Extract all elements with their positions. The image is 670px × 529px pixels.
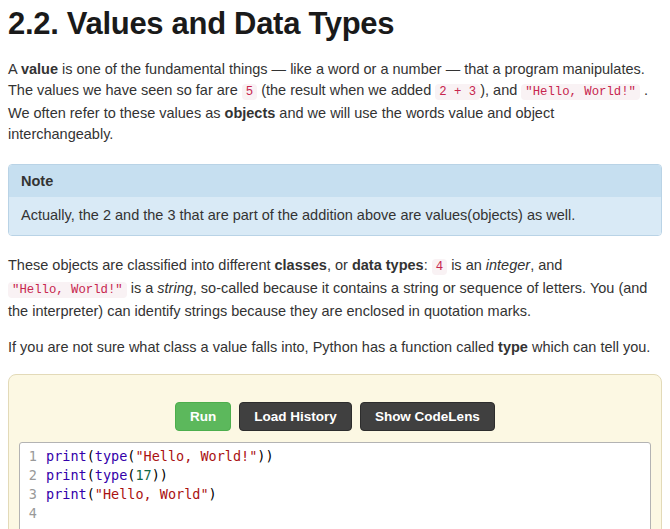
code-token: 17: [135, 467, 151, 483]
code-token: ): [209, 486, 217, 502]
run-button[interactable]: Run: [175, 402, 231, 431]
text-segment: If you are not sure what class a value f…: [8, 339, 498, 355]
paragraph-classes: These objects are classified into differ…: [8, 255, 662, 322]
bold-text: data types: [352, 257, 424, 273]
inline-code: 4: [432, 259, 447, 275]
text-segment: is an: [447, 257, 486, 273]
note-body: Actually, the 2 and the 3 that are part …: [9, 197, 661, 235]
code-line: 4: [20, 504, 650, 523]
code-token: (: [87, 467, 95, 483]
italic-text: integer: [486, 257, 530, 273]
text-segment: :: [424, 257, 432, 273]
inline-code: 2 + 3: [435, 84, 480, 100]
text-segment: , or: [327, 257, 352, 273]
bold-text: objects: [225, 105, 276, 121]
text-segment: which can tell you.: [528, 339, 651, 355]
code-token: "Hello, World!": [135, 448, 257, 464]
bold-text: classes: [275, 257, 327, 273]
bold-text: type: [498, 339, 528, 355]
line-number: 2: [20, 466, 46, 485]
code-token: print: [46, 448, 87, 464]
code-line: 3print("Hello, World"): [20, 485, 650, 504]
italic-text: string: [157, 280, 192, 296]
code-token: print: [46, 486, 87, 502]
activecode-toolbar: Run Load History Show CodeLens: [19, 402, 651, 431]
text-segment: , and: [530, 257, 562, 273]
code-token: )): [152, 467, 168, 483]
line-number: 4: [20, 504, 46, 523]
text-segment: A: [8, 61, 21, 77]
line-number: 3: [20, 485, 46, 504]
line-number: 1: [20, 447, 46, 466]
textbook-page: 2.2. Values and Data Types A value is on…: [0, 0, 670, 529]
paragraph-type-function: If you are not sure what class a value f…: [8, 337, 662, 358]
text-segment: is a: [127, 280, 158, 296]
activecode-container: Run Load History Show CodeLens 1print(ty…: [8, 374, 662, 529]
code-token: "Hello, World": [95, 486, 209, 502]
show-codelens-button[interactable]: Show CodeLens: [360, 402, 495, 431]
code-token: )): [257, 448, 273, 464]
note-title: Note: [9, 165, 661, 197]
inline-code: 5: [242, 84, 257, 100]
text-segment: (the result when we added: [257, 82, 435, 98]
note-admonition: Note Actually, the 2 and the 3 that are …: [8, 164, 662, 236]
load-history-button[interactable]: Load History: [239, 402, 352, 431]
paragraph-intro: A value is one of the fundamental things…: [8, 59, 662, 145]
code-token: print: [46, 467, 87, 483]
code-token: (: [87, 448, 95, 464]
code-token: type: [95, 448, 128, 464]
code-token: (: [87, 486, 95, 502]
page-title: 2.2. Values and Data Types: [8, 6, 662, 42]
text-segment: These objects are classified into differ…: [8, 257, 275, 273]
code-editor[interactable]: 1print(type("Hello, World!")) 2print(typ…: [19, 442, 651, 529]
code-line: 1print(type("Hello, World!")): [20, 447, 650, 466]
text-segment: ), and: [480, 82, 521, 98]
inline-code: "Hello, World!": [8, 282, 127, 298]
code-token: type: [95, 467, 128, 483]
bold-text: value: [21, 61, 58, 77]
inline-code: "Hello, World!": [521, 84, 640, 100]
code-line: 2print(type(17)): [20, 466, 650, 485]
